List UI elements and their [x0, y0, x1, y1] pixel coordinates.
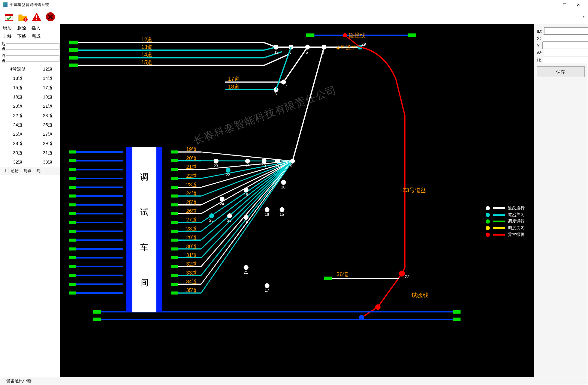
calendar-check-icon[interactable]	[3, 11, 15, 23]
window-title: 中车道岔智能纠错系统	[10, 2, 544, 8]
switch-cell[interactable]: 24道	[0, 120, 35, 130]
start-input[interactable]	[6, 43, 59, 50]
svg-text:28道: 28道	[186, 226, 197, 232]
svg-rect-188	[324, 277, 332, 280]
svg-rect-192	[453, 310, 461, 314]
titlebar: 中车道岔智能纠错系统 ─ ☐ ✕	[0, 0, 588, 9]
svg-text:29道: 29道	[186, 235, 197, 240]
switch-cell[interactable]: 21道	[35, 102, 60, 111]
cmd-上移[interactable]: 上移	[3, 34, 12, 39]
svg-text:13: 13	[262, 164, 266, 168]
switch-cell[interactable]: 33道	[35, 158, 60, 167]
svg-rect-45	[408, 33, 416, 37]
cmd-下移[interactable]: 下移	[17, 34, 26, 39]
input-y[interactable]	[542, 42, 588, 49]
svg-text:8: 8	[275, 92, 277, 96]
toolbar: ! ▾	[0, 9, 588, 24]
minimize-button[interactable]: ─	[544, 0, 558, 9]
toolbar-chevron-icon[interactable]: ▾	[583, 15, 585, 19]
svg-text:10: 10	[281, 185, 285, 189]
svg-rect-103	[69, 239, 76, 242]
switch-cell[interactable]: 14道	[35, 74, 60, 83]
maximize-button[interactable]: ☐	[558, 0, 571, 9]
end-input[interactable]	[6, 55, 59, 62]
switch-cell[interactable]: 13道	[0, 74, 35, 83]
svg-text:19: 19	[245, 164, 249, 168]
svg-point-164	[275, 159, 280, 164]
switch-cell[interactable]: 29道	[35, 139, 60, 148]
switch-cell[interactable]: 4号道岔	[0, 65, 35, 74]
switch-cell[interactable]: 28道	[0, 139, 35, 148]
svg-rect-98	[69, 230, 76, 233]
switch-cell[interactable]: 19道	[35, 92, 60, 102]
input-x[interactable]	[543, 35, 588, 42]
svg-rect-58	[69, 159, 76, 162]
cmd-增加[interactable]: 增加	[3, 26, 12, 31]
svg-text:30道: 30道	[186, 243, 197, 249]
col-终[interactable]: 终	[34, 167, 43, 175]
switch-cell[interactable]: 31道	[35, 148, 60, 158]
svg-rect-63	[69, 168, 76, 171]
svg-rect-75	[171, 186, 178, 189]
switch-cell[interactable]: 25道	[35, 120, 60, 130]
depot-char: 车	[140, 242, 149, 253]
col-起始[interactable]: 起始	[8, 167, 21, 175]
switch-cell[interactable]: 30道	[0, 148, 35, 158]
svg-point-166	[290, 159, 295, 164]
cmd-插入[interactable]: 插入	[32, 26, 41, 31]
input-h[interactable]	[543, 56, 588, 63]
cmd-完成[interactable]: 完成	[32, 34, 41, 39]
svg-text:24: 24	[220, 202, 224, 206]
switch-cell[interactable]: 15道	[0, 83, 35, 92]
svg-text:24道: 24道	[186, 191, 197, 196]
switch-cell[interactable]: 32道	[0, 158, 35, 167]
svg-point-162	[262, 159, 267, 164]
depot-box: 调试车间	[126, 147, 162, 312]
svg-text:12: 12	[274, 50, 279, 55]
switch-cell[interactable]: 17道	[35, 83, 60, 92]
svg-line-155	[293, 47, 324, 161]
track-diagram[interactable]: 12道13道14道15道12654Z917道18道78Z319道20道21道22…	[60, 24, 534, 377]
warning-icon[interactable]	[31, 11, 42, 23]
svg-point-180	[265, 207, 270, 212]
svg-point-170	[220, 197, 225, 201]
depot-char: 调	[140, 171, 149, 183]
svg-point-182	[280, 207, 285, 212]
svg-text:25道: 25道	[186, 200, 197, 205]
svg-rect-95	[171, 221, 178, 224]
svg-text:17道: 17道	[228, 76, 240, 82]
label-id: ID:	[537, 29, 542, 34]
col-id[interactable]: id	[0, 167, 8, 175]
route-table: id起始终点终	[0, 167, 60, 175]
svg-text:21: 21	[244, 270, 248, 275]
folder-alert-icon[interactable]: !	[17, 11, 29, 23]
end-label: 终点	[2, 53, 6, 64]
input-w[interactable]	[544, 49, 588, 56]
switch-cell[interactable]: 23道	[35, 111, 60, 120]
svg-point-24	[274, 45, 279, 50]
switch-cell[interactable]: 20道	[0, 102, 35, 111]
svg-rect-85	[171, 203, 178, 206]
svg-text:15: 15	[280, 212, 284, 217]
svg-rect-93	[69, 221, 76, 224]
close-red-icon[interactable]	[45, 11, 56, 23]
save-button[interactable]: 保存	[537, 66, 585, 77]
legend-row: 道岔关闭	[486, 212, 525, 218]
svg-text:31道: 31道	[186, 252, 197, 258]
close-button[interactable]: ✕	[571, 0, 585, 9]
svg-rect-65	[171, 168, 178, 171]
cmd-删除[interactable]: 删除	[17, 26, 26, 31]
switch-cell[interactable]: 26道	[0, 130, 35, 139]
switch-cell[interactable]: 22道	[0, 111, 35, 120]
switch-cell[interactable]: 18道	[0, 92, 35, 102]
status-text: 设备通讯中断	[6, 378, 32, 384]
switch-cell[interactable]: 12道	[35, 65, 60, 74]
svg-point-174	[209, 213, 214, 218]
svg-rect-13	[69, 56, 78, 59]
col-终点[interactable]: 终点	[21, 167, 34, 175]
input-id[interactable]	[544, 27, 588, 35]
switch-cell[interactable]: 27道	[35, 130, 60, 139]
svg-rect-123	[69, 274, 76, 277]
label-swz3: Z3号道岔	[403, 186, 426, 194]
label-collision: 碰撞线	[348, 32, 366, 39]
